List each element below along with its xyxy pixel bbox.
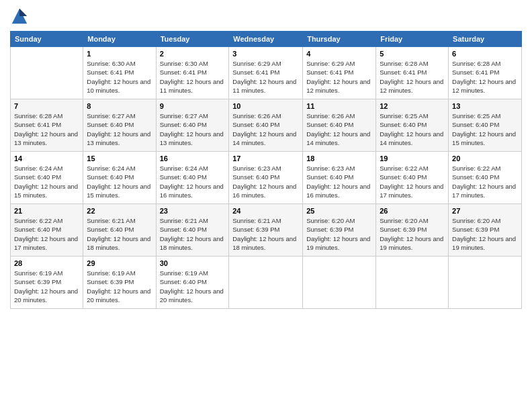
day-info: Sunrise: 6:19 AMSunset: 6:39 PMDaylight:… bbox=[87, 269, 152, 304]
day-info: Sunrise: 6:19 AMSunset: 6:40 PMDaylight:… bbox=[160, 269, 226, 304]
logo bbox=[10, 7, 32, 26]
day-info: Sunrise: 6:21 AMSunset: 6:40 PMDaylight:… bbox=[87, 216, 152, 252]
calendar-cell bbox=[376, 257, 449, 309]
col-header-friday: Friday bbox=[376, 32, 449, 47]
day-info: Sunrise: 6:21 AMSunset: 6:40 PMDaylight:… bbox=[160, 216, 226, 252]
day-info: Sunrise: 6:29 AMSunset: 6:41 PMDaylight:… bbox=[232, 59, 299, 95]
day-number: 9 bbox=[160, 102, 226, 110]
day-number: 3 bbox=[232, 50, 299, 58]
day-number: 5 bbox=[380, 50, 445, 58]
day-number: 29 bbox=[87, 259, 152, 267]
col-header-thursday: Thursday bbox=[303, 32, 376, 47]
calendar-cell bbox=[11, 47, 83, 99]
calendar-cell: 22Sunrise: 6:21 AMSunset: 6:40 PMDayligh… bbox=[83, 204, 156, 257]
col-header-sunday: Sunday bbox=[11, 32, 83, 47]
day-info: Sunrise: 6:25 AMSunset: 6:40 PMDaylight:… bbox=[452, 111, 518, 147]
day-number: 28 bbox=[14, 259, 79, 267]
day-number: 21 bbox=[14, 207, 79, 215]
day-info: Sunrise: 6:24 AMSunset: 6:40 PMDaylight:… bbox=[160, 164, 226, 199]
day-number: 19 bbox=[380, 154, 445, 163]
calendar-cell: 14Sunrise: 6:24 AMSunset: 6:40 PMDayligh… bbox=[11, 152, 83, 204]
day-info: Sunrise: 6:27 AMSunset: 6:40 PMDaylight:… bbox=[87, 111, 152, 147]
calendar-cell: 1Sunrise: 6:30 AMSunset: 6:41 PMDaylight… bbox=[83, 47, 156, 99]
calendar-cell bbox=[449, 257, 522, 309]
day-number: 15 bbox=[87, 154, 152, 163]
calendar-cell: 18Sunrise: 6:23 AMSunset: 6:40 PMDayligh… bbox=[303, 152, 376, 204]
day-info: Sunrise: 6:29 AMSunset: 6:41 PMDaylight:… bbox=[306, 59, 372, 95]
day-info: Sunrise: 6:20 AMSunset: 6:39 PMDaylight:… bbox=[452, 216, 518, 252]
week-row-1: 1Sunrise: 6:30 AMSunset: 6:41 PMDaylight… bbox=[11, 47, 522, 99]
calendar-cell: 7Sunrise: 6:28 AMSunset: 6:41 PMDaylight… bbox=[11, 99, 83, 152]
day-info: Sunrise: 6:23 AMSunset: 6:40 PMDaylight:… bbox=[306, 164, 372, 199]
day-info: Sunrise: 6:25 AMSunset: 6:40 PMDaylight:… bbox=[380, 111, 445, 147]
calendar-cell: 16Sunrise: 6:24 AMSunset: 6:40 PMDayligh… bbox=[156, 152, 229, 204]
day-info: Sunrise: 6:26 AMSunset: 6:40 PMDaylight:… bbox=[306, 111, 372, 147]
day-info: Sunrise: 6:20 AMSunset: 6:39 PMDaylight:… bbox=[306, 216, 372, 252]
week-row-5: 28Sunrise: 6:19 AMSunset: 6:39 PMDayligh… bbox=[11, 257, 522, 309]
calendar-cell: 24Sunrise: 6:21 AMSunset: 6:39 PMDayligh… bbox=[229, 204, 303, 257]
day-number: 14 bbox=[14, 154, 79, 163]
svg-marker-1 bbox=[19, 9, 27, 16]
day-number: 23 bbox=[160, 207, 226, 215]
calendar-cell: 8Sunrise: 6:27 AMSunset: 6:40 PMDaylight… bbox=[83, 99, 156, 152]
calendar-cell: 28Sunrise: 6:19 AMSunset: 6:39 PMDayligh… bbox=[11, 257, 83, 309]
day-number: 2 bbox=[160, 50, 226, 58]
day-info: Sunrise: 6:28 AMSunset: 6:41 PMDaylight:… bbox=[380, 59, 445, 95]
header bbox=[10, 7, 522, 26]
calendar-cell: 23Sunrise: 6:21 AMSunset: 6:40 PMDayligh… bbox=[156, 204, 229, 257]
calendar-cell: 4Sunrise: 6:29 AMSunset: 6:41 PMDaylight… bbox=[303, 47, 376, 99]
day-number: 7 bbox=[14, 102, 79, 110]
calendar-cell: 9Sunrise: 6:27 AMSunset: 6:40 PMDaylight… bbox=[156, 99, 229, 152]
calendar-cell: 29Sunrise: 6:19 AMSunset: 6:39 PMDayligh… bbox=[83, 257, 156, 309]
calendar-cell bbox=[303, 257, 376, 309]
day-number: 11 bbox=[306, 102, 372, 110]
day-info: Sunrise: 6:23 AMSunset: 6:40 PMDaylight:… bbox=[232, 164, 299, 199]
day-info: Sunrise: 6:24 AMSunset: 6:40 PMDaylight:… bbox=[14, 164, 79, 199]
calendar-cell: 6Sunrise: 6:28 AMSunset: 6:41 PMDaylight… bbox=[449, 47, 522, 99]
day-number: 6 bbox=[452, 50, 518, 58]
calendar-cell: 5Sunrise: 6:28 AMSunset: 6:41 PMDaylight… bbox=[376, 47, 449, 99]
day-number: 25 bbox=[306, 207, 372, 215]
day-number: 8 bbox=[87, 102, 152, 110]
page: SundayMondayTuesdayWednesdayThursdayFrid… bbox=[0, 0, 532, 411]
day-info: Sunrise: 6:27 AMSunset: 6:40 PMDaylight:… bbox=[160, 111, 226, 147]
day-info: Sunrise: 6:24 AMSunset: 6:40 PMDaylight:… bbox=[87, 164, 152, 199]
day-number: 20 bbox=[452, 154, 518, 163]
day-number: 1 bbox=[87, 50, 152, 58]
day-info: Sunrise: 6:19 AMSunset: 6:39 PMDaylight:… bbox=[14, 269, 79, 304]
week-row-4: 21Sunrise: 6:22 AMSunset: 6:40 PMDayligh… bbox=[11, 204, 522, 257]
day-number: 26 bbox=[380, 207, 445, 215]
calendar-cell: 21Sunrise: 6:22 AMSunset: 6:40 PMDayligh… bbox=[11, 204, 83, 257]
calendar-cell: 25Sunrise: 6:20 AMSunset: 6:39 PMDayligh… bbox=[303, 204, 376, 257]
calendar-cell: 19Sunrise: 6:22 AMSunset: 6:40 PMDayligh… bbox=[376, 152, 449, 204]
day-info: Sunrise: 6:20 AMSunset: 6:39 PMDaylight:… bbox=[380, 216, 445, 252]
day-number: 16 bbox=[160, 154, 226, 163]
day-info: Sunrise: 6:28 AMSunset: 6:41 PMDaylight:… bbox=[14, 111, 79, 147]
day-number: 30 bbox=[160, 259, 226, 267]
col-header-saturday: Saturday bbox=[449, 32, 522, 47]
day-info: Sunrise: 6:21 AMSunset: 6:39 PMDaylight:… bbox=[232, 216, 299, 252]
day-info: Sunrise: 6:30 AMSunset: 6:41 PMDaylight:… bbox=[87, 59, 152, 95]
calendar-cell bbox=[229, 257, 303, 309]
calendar-cell: 13Sunrise: 6:25 AMSunset: 6:40 PMDayligh… bbox=[449, 99, 522, 152]
day-number: 13 bbox=[452, 102, 518, 110]
calendar-cell: 30Sunrise: 6:19 AMSunset: 6:40 PMDayligh… bbox=[156, 257, 229, 309]
logo-icon bbox=[10, 7, 29, 26]
week-row-2: 7Sunrise: 6:28 AMSunset: 6:41 PMDaylight… bbox=[11, 99, 522, 152]
calendar-cell: 2Sunrise: 6:30 AMSunset: 6:41 PMDaylight… bbox=[156, 47, 229, 99]
col-header-tuesday: Tuesday bbox=[156, 32, 229, 47]
col-header-wednesday: Wednesday bbox=[229, 32, 303, 47]
day-number: 22 bbox=[87, 207, 152, 215]
calendar-cell: 10Sunrise: 6:26 AMSunset: 6:40 PMDayligh… bbox=[229, 99, 303, 152]
week-row-3: 14Sunrise: 6:24 AMSunset: 6:40 PMDayligh… bbox=[11, 152, 522, 204]
calendar-cell: 3Sunrise: 6:29 AMSunset: 6:41 PMDaylight… bbox=[229, 47, 303, 99]
day-info: Sunrise: 6:30 AMSunset: 6:41 PMDaylight:… bbox=[160, 59, 226, 95]
day-number: 10 bbox=[232, 102, 299, 110]
calendar-table: SundayMondayTuesdayWednesdayThursdayFrid… bbox=[10, 31, 522, 309]
day-number: 4 bbox=[306, 50, 372, 58]
calendar-cell: 17Sunrise: 6:23 AMSunset: 6:40 PMDayligh… bbox=[229, 152, 303, 204]
calendar-cell: 11Sunrise: 6:26 AMSunset: 6:40 PMDayligh… bbox=[303, 99, 376, 152]
header-row: SundayMondayTuesdayWednesdayThursdayFrid… bbox=[11, 32, 522, 47]
calendar-cell: 26Sunrise: 6:20 AMSunset: 6:39 PMDayligh… bbox=[376, 204, 449, 257]
calendar-cell: 15Sunrise: 6:24 AMSunset: 6:40 PMDayligh… bbox=[83, 152, 156, 204]
